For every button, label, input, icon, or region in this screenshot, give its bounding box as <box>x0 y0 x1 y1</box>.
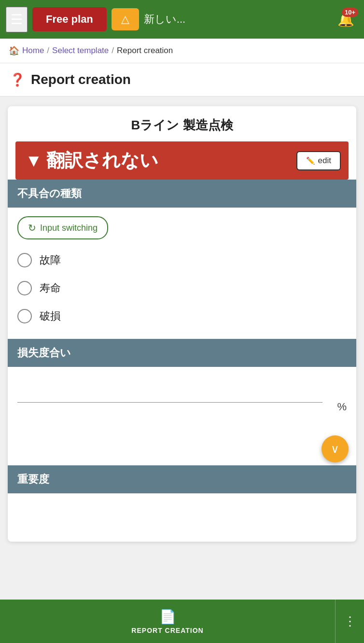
radio-option-2[interactable]: 寿命 <box>17 274 347 302</box>
breadcrumb-template-link[interactable]: Select template <box>52 46 109 56</box>
report-creation-nav-button[interactable]: 📄 REPORT CREATION <box>0 609 335 634</box>
alert-triangle-icon: △ <box>121 13 129 26</box>
radio-label-2: 寿命 <box>40 281 61 295</box>
page-title: Report creation <box>31 72 131 87</box>
more-options-icon: ⋮ <box>344 614 356 629</box>
section2-content: % ∨ <box>8 367 356 451</box>
radio-circle-2 <box>17 281 32 295</box>
report-creation-nav-label: REPORT CREATION <box>131 627 203 634</box>
page-title-area: ❓ Report creation <box>0 63 364 97</box>
bottom-nav: 📄 REPORT CREATION ⋮ <box>0 600 364 643</box>
breadcrumb-home-link[interactable]: Home <box>22 46 44 56</box>
hamburger-button[interactable]: ☰ <box>6 7 28 32</box>
radio-label-3: 破損 <box>40 309 61 323</box>
radio-option-1[interactable]: 故障 <box>17 246 347 274</box>
switch-icon: ↻ <box>28 222 36 234</box>
radio-label-1: 故障 <box>40 253 61 267</box>
alert-text: 新しい... <box>144 12 329 27</box>
red-banner: ▼ 翻訳されない ✏️ edit <box>15 141 349 180</box>
notification-badge: 10+ <box>342 8 358 17</box>
more-options-button[interactable]: ⋮ <box>335 600 364 643</box>
top-bar: ☰ Free plan △ 新しい... 🔔 10+ <box>0 0 364 39</box>
edit-button-label: edit <box>318 156 331 166</box>
down-arrow-icon: ▼ <box>25 151 42 171</box>
breadcrumb-sep2: / <box>112 46 114 56</box>
radio-circle-1 <box>17 253 32 267</box>
section1-header: 不具合の種類 <box>8 180 356 208</box>
section2-header: 損失度合い <box>8 339 356 367</box>
report-creation-nav-icon: 📄 <box>159 609 176 625</box>
section3-header: 重要度 <box>8 465 356 493</box>
help-icon[interactable]: ❓ <box>10 72 25 87</box>
breadcrumb: 🏠 Home / Select template / Report creati… <box>0 39 364 63</box>
input-switching-label: Input switching <box>40 223 98 233</box>
percent-label: % <box>337 401 347 422</box>
free-plan-button[interactable]: Free plan <box>32 7 107 31</box>
home-icon: 🏠 <box>9 45 19 56</box>
breadcrumb-sep1: / <box>47 46 49 56</box>
radio-circle-3 <box>17 309 32 323</box>
alert-button[interactable]: △ <box>112 8 139 30</box>
pencil-icon: ✏️ <box>306 156 315 165</box>
input-switching-button[interactable]: ↻ Input switching <box>17 216 108 239</box>
loss-input[interactable] <box>17 385 322 403</box>
radio-option-3[interactable]: 破損 <box>17 302 347 330</box>
notification-button[interactable]: 🔔 10+ <box>334 8 358 31</box>
breadcrumb-current: Report creation <box>117 46 173 56</box>
section1-content: ↻ Input switching 故障 寿命 破損 <box>8 208 356 339</box>
card-heading: Bライン 製造点検 <box>8 106 356 141</box>
scroll-down-button[interactable]: ∨ <box>322 435 349 462</box>
main-card: Bライン 製造点検 ▼ 翻訳されない ✏️ edit 不具合の種類 ↻ Inpu… <box>8 106 356 542</box>
red-banner-text: 翻訳されない <box>46 148 158 173</box>
edit-button[interactable]: ✏️ edit <box>296 151 341 170</box>
